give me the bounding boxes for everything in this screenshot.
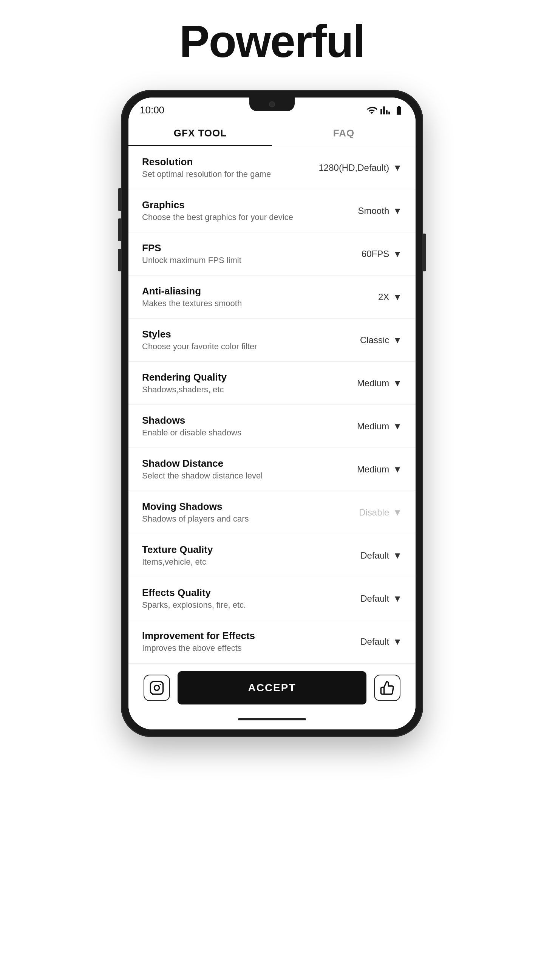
setting-row-effects-quality[interactable]: Effects Quality Sparks, explosions, fire… [128, 577, 416, 620]
setting-value-rendering-quality[interactable]: Medium ▼ [327, 378, 402, 388]
signal-icon [380, 105, 391, 116]
phone-frame: 10:00 [121, 90, 423, 737]
setting-value-texture-quality[interactable]: Default ▼ [327, 550, 402, 561]
hero-title: Powerful [179, 15, 365, 67]
dropdown-arrow-fps: ▼ [393, 249, 402, 259]
home-indicator [128, 712, 416, 729]
setting-row-texture-quality[interactable]: Texture Quality Items,vehicle, etc Defau… [128, 534, 416, 577]
setting-row-improvement-effects[interactable]: Improvement for Effects Improves the abo… [128, 620, 416, 663]
setting-row-moving-shadows[interactable]: Moving Shadows Shadows of players and ca… [128, 491, 416, 534]
thumbsup-icon [380, 680, 395, 695]
battery-icon [393, 105, 404, 116]
silent-button [118, 249, 121, 271]
dropdown-arrow-effects-quality: ▼ [393, 593, 402, 604]
dropdown-arrow-texture-quality: ▼ [393, 550, 402, 561]
setting-row-fps[interactable]: FPS Unlock maximum FPS limit 60FPS ▼ [128, 232, 416, 275]
bottom-bar: ACCEPT [128, 663, 416, 712]
power-button [423, 234, 426, 271]
svg-rect-0 [151, 681, 163, 694]
dropdown-arrow-moving-shadows: ▼ [393, 507, 402, 518]
setting-value-moving-shadows[interactable]: Disable ▼ [327, 507, 402, 518]
notch [249, 97, 295, 111]
status-time: 10:00 [140, 104, 164, 116]
setting-label-effects-quality: Effects Quality Sparks, explosions, fire… [142, 587, 327, 610]
tab-faq[interactable]: FAQ [272, 119, 416, 146]
dropdown-arrow-shadow-distance: ▼ [393, 464, 402, 475]
setting-label-texture-quality: Texture Quality Items,vehicle, etc [142, 544, 327, 567]
setting-value-improvement-effects[interactable]: Default ▼ [327, 636, 402, 647]
setting-label-rendering-quality: Rendering Quality Shadows,shaders, etc [142, 372, 327, 395]
setting-row-rendering-quality[interactable]: Rendering Quality Shadows,shaders, etc M… [128, 362, 416, 405]
setting-value-effects-quality[interactable]: Default ▼ [327, 593, 402, 604]
setting-row-resolution[interactable]: Resolution Set optimal resolution for th… [128, 146, 416, 189]
dropdown-arrow-anti-aliasing: ▼ [393, 292, 402, 302]
status-bar: 10:00 [128, 97, 416, 119]
setting-row-styles[interactable]: Styles Choose your favorite color filter… [128, 318, 416, 362]
setting-label-moving-shadows: Moving Shadows Shadows of players and ca… [142, 501, 327, 524]
tabs: GFX TOOL FAQ [128, 119, 416, 146]
dropdown-arrow-graphics: ▼ [393, 205, 402, 216]
setting-value-graphics[interactable]: Smooth ▼ [327, 205, 402, 216]
svg-point-2 [160, 684, 161, 685]
setting-label-graphics: Graphics Choose the best graphics for yo… [142, 199, 327, 222]
dropdown-arrow-rendering-quality: ▼ [393, 378, 402, 388]
settings-list: Resolution Set optimal resolution for th… [128, 146, 416, 663]
setting-row-graphics[interactable]: Graphics Choose the best graphics for yo… [128, 189, 416, 232]
dropdown-arrow-improvement-effects: ▼ [393, 636, 402, 647]
dropdown-arrow-shadows: ▼ [393, 421, 402, 432]
setting-label-resolution: Resolution Set optimal resolution for th… [142, 156, 319, 179]
setting-label-anti-aliasing: Anti-aliasing Makes the textures smooth [142, 285, 327, 309]
setting-row-shadow-distance[interactable]: Shadow Distance Select the shadow distan… [128, 448, 416, 491]
instagram-button[interactable] [144, 675, 170, 701]
setting-label-shadows: Shadows Enable or disable shadows [142, 415, 327, 438]
dropdown-arrow-styles: ▼ [393, 335, 402, 345]
setting-label-improvement-effects: Improvement for Effects Improves the abo… [142, 630, 327, 653]
setting-value-styles[interactable]: Classic ▼ [327, 335, 402, 345]
phone-screen: 10:00 [128, 97, 416, 729]
setting-value-shadow-distance[interactable]: Medium ▼ [327, 464, 402, 475]
volume-up-button [118, 188, 121, 211]
dropdown-arrow-resolution: ▼ [393, 162, 402, 173]
wifi-icon [366, 105, 377, 116]
setting-value-shadows[interactable]: Medium ▼ [327, 421, 402, 432]
tab-gfx-tool[interactable]: GFX TOOL [128, 119, 272, 146]
setting-label-fps: FPS Unlock maximum FPS limit [142, 242, 327, 265]
camera [269, 101, 275, 107]
status-icons [366, 105, 404, 116]
setting-label-styles: Styles Choose your favorite color filter [142, 328, 327, 352]
phone-wrapper: 10:00 [121, 90, 423, 921]
setting-row-anti-aliasing[interactable]: Anti-aliasing Makes the textures smooth … [128, 275, 416, 318]
setting-value-anti-aliasing[interactable]: 2X ▼ [327, 292, 402, 302]
setting-label-shadow-distance: Shadow Distance Select the shadow distan… [142, 458, 327, 481]
volume-down-button [118, 218, 121, 241]
thumbsup-button[interactable] [374, 675, 400, 701]
accept-button[interactable]: ACCEPT [178, 671, 366, 705]
instagram-icon [149, 680, 164, 695]
setting-value-resolution[interactable]: 1280(HD,Default) ▼ [319, 162, 402, 173]
svg-point-1 [154, 685, 159, 690]
home-bar [238, 718, 306, 721]
setting-row-shadows[interactable]: Shadows Enable or disable shadows Medium… [128, 405, 416, 448]
setting-value-fps[interactable]: 60FPS ▼ [327, 249, 402, 259]
